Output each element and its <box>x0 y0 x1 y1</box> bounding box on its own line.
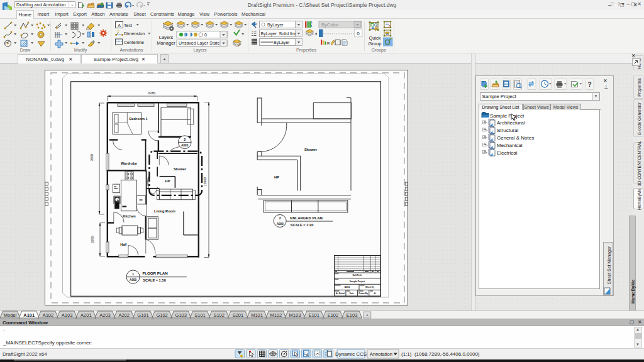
svg-text:Drawn By: Drawn By <box>358 292 368 295</box>
svg-text:G101: G101 <box>137 312 148 318</box>
svg-text:Unsaved Layer State: Unsaved Layer State <box>179 41 219 46</box>
svg-text:Model: Model <box>4 312 17 318</box>
svg-text:Dimension: Dimension <box>124 31 145 36</box>
svg-text:10969: 10969 <box>203 177 207 186</box>
svg-text:A201: A201 <box>80 312 92 318</box>
svg-text:M101: M101 <box>251 312 263 318</box>
svg-text:A000: A000 <box>345 286 350 288</box>
svg-text:Architectural: Architectural <box>497 120 525 126</box>
svg-text:Living Room: Living Room <box>154 209 175 213</box>
svg-text:Layers: Layers <box>159 35 174 40</box>
svg-text:Date: Date <box>350 292 354 295</box>
svg-text:Mechanical: Mechanical <box>497 143 523 148</box>
svg-text:6280: 6280 <box>148 91 156 95</box>
svg-text:Quick: Quick <box>369 35 380 41</box>
svg-text:HP: HP <box>274 175 279 179</box>
svg-text:SCALE = 1:20: SCALE = 1:20 <box>291 223 314 227</box>
svg-text:R: R <box>327 41 330 45</box>
svg-text:Group: Group <box>369 41 382 47</box>
svg-text:2: 2 <box>279 216 281 220</box>
svg-text:A000: A000 <box>130 278 136 282</box>
svg-text:A203: A203 <box>99 312 111 318</box>
svg-text:General & Notes: General & Notes <box>497 135 534 141</box>
svg-text:G103: G103 <box>175 312 187 318</box>
svg-text:?: ? <box>587 81 591 88</box>
svg-text:Electrical: Electrical <box>497 150 518 156</box>
svg-text:Dynamic CCS: Dynamic CCS <box>335 351 367 357</box>
svg-text:As Noted: As Noted <box>336 292 345 295</box>
svg-text:Wardrobe: Wardrobe <box>121 162 137 165</box>
svg-text:SoftTech: SoftTech <box>352 274 362 277</box>
svg-text:0: 0 <box>357 31 360 36</box>
svg-text:Centerline: Centerline <box>124 40 144 45</box>
svg-text:Solid line: Solid line <box>279 31 297 36</box>
svg-text:E102: E102 <box>328 312 339 318</box>
svg-text:Shower: Shower <box>174 167 187 171</box>
svg-text:A102: A102 <box>43 312 54 318</box>
svg-text:Kitchen: Kitchen <box>123 214 136 218</box>
svg-text:M102: M102 <box>270 312 282 318</box>
svg-text:2295: 2295 <box>91 236 94 243</box>
svg-text:+: + <box>365 312 369 318</box>
svg-text:S201: S201 <box>233 312 244 318</box>
svg-text:A000: A000 <box>181 144 188 147</box>
svg-text:Structural: Structural <box>497 128 518 133</box>
svg-text:0: 0 <box>204 33 207 37</box>
svg-text:(1:1) (1068.7289,-56.4406,0.0: (1:1) (1068.7289,-56.4406,0.0000) <box>401 351 480 357</box>
svg-text:7658: 7658 <box>90 154 94 162</box>
svg-text:A: A <box>118 23 121 28</box>
svg-text:1: 1 <box>132 272 134 276</box>
svg-text:Manager: Manager <box>157 40 175 46</box>
svg-text:S102: S102 <box>213 312 225 318</box>
svg-text:A000: A000 <box>277 222 284 226</box>
svg-text:5: 5 <box>118 30 120 33</box>
svg-text:A101: A101 <box>23 312 35 318</box>
svg-text:ByLayer: ByLayer <box>267 23 284 28</box>
svg-text:G102: G102 <box>156 312 167 318</box>
svg-text:ENLARGED PLAN: ENLARGED PLAN <box>290 216 323 220</box>
svg-text:SCALE = 1:50: SCALE = 1:50 <box>143 278 166 282</box>
svg-text:Hall: Hall <box>120 243 127 246</box>
svg-text:Bedroom 1: Bedroom 1 <box>129 117 147 121</box>
svg-text:E101: E101 <box>308 312 319 318</box>
svg-text:E103: E103 <box>347 312 358 318</box>
svg-text:2: 2 <box>184 138 186 141</box>
svg-text:ByLayer: ByLayer <box>261 31 277 36</box>
svg-text:ByLayer: ByLayer <box>274 40 290 45</box>
svg-text:Sheet Ify: Sheet Ify <box>365 286 374 288</box>
svg-text:M103: M103 <box>289 312 301 318</box>
svg-text:Sample Project: Sample Project <box>490 113 525 119</box>
svg-text:S101: S101 <box>194 312 206 318</box>
svg-text:A103: A103 <box>62 312 73 318</box>
svg-text:Annotation: Annotation <box>370 351 392 357</box>
svg-text:Text: Text <box>124 23 132 28</box>
svg-text:FLOOR PLAN: FLOOR PLAN <box>142 271 168 275</box>
svg-text:Sample Project: Sample Project <box>350 280 365 283</box>
svg-text:HP: HP <box>165 179 170 183</box>
svg-text:A202: A202 <box>118 312 130 318</box>
svg-text:E: E <box>304 352 307 356</box>
svg-text:ByColor: ByColor <box>321 22 338 28</box>
svg-text:Shower: Shower <box>304 148 318 151</box>
